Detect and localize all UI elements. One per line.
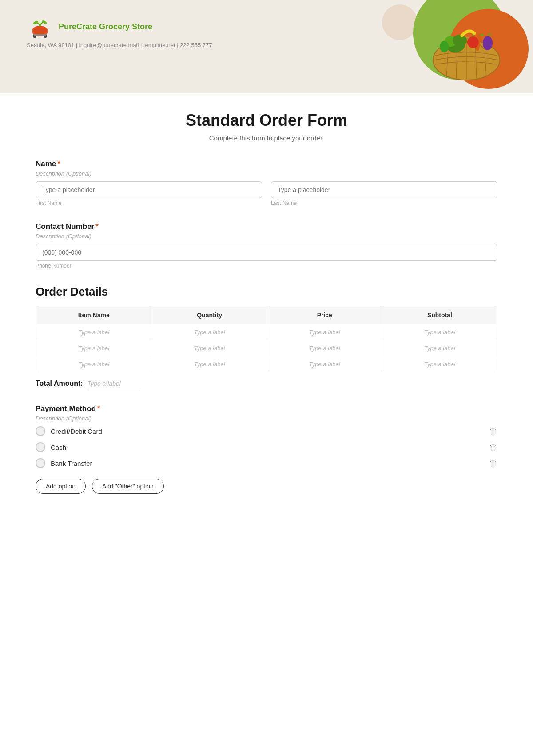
table-header-row: Item Name Quantity Price Subtotal <box>36 306 497 324</box>
name-required-star: * <box>57 160 60 168</box>
name-field-section: Name* Description (Optional) First Name … <box>36 160 497 206</box>
contact-description: Description (Optional) <box>36 233 497 240</box>
name-label: Name* <box>36 160 497 168</box>
radio-label-credit: Credit/Debit Card <box>51 428 102 435</box>
cell-subtotal-2: Type a label <box>382 340 497 356</box>
svg-rect-6 <box>34 34 46 36</box>
contact-input-row: Phone Number <box>36 244 497 269</box>
col-subtotal: Subtotal <box>382 306 497 324</box>
add-other-option-button[interactable]: Add "Other" option <box>92 479 164 494</box>
order-details-section: Order Details Item Name Quantity Price S… <box>36 285 497 388</box>
name-input-row: First Name Last Name <box>36 181 497 206</box>
brand-logo-icon <box>27 15 53 38</box>
form-title: Standard Order Form <box>36 111 497 130</box>
total-row: Total Amount: Type a label <box>36 380 497 388</box>
col-item-name: Item Name <box>36 306 152 324</box>
order-table: Item Name Quantity Price Subtotal Type a… <box>36 306 497 372</box>
add-option-button[interactable]: Add option <box>36 479 86 494</box>
svg-point-19 <box>440 41 449 52</box>
cell-subtotal-1: Type a label <box>382 324 497 340</box>
cell-subtotal-3: Type a label <box>382 356 497 372</box>
svg-point-18 <box>483 36 493 50</box>
cell-qty-2: Type a label <box>152 340 267 356</box>
payment-option-credit: Credit/Debit Card 🗑 <box>36 426 497 436</box>
col-price: Price <box>267 306 382 324</box>
order-details-heading: Order Details <box>36 285 497 299</box>
name-description: Description (Optional) <box>36 170 497 177</box>
payment-option-cash: Cash 🗑 <box>36 442 497 452</box>
cell-price-1: Type a label <box>267 324 382 340</box>
payment-description: Description (Optional) <box>36 415 497 422</box>
cell-qty-3: Type a label <box>152 356 267 372</box>
cell-item-2: Type a label <box>36 340 152 356</box>
first-name-group: First Name <box>36 181 262 206</box>
radio-circle-credit[interactable] <box>36 426 45 436</box>
cell-price-2: Type a label <box>267 340 382 356</box>
payment-method-section: Payment Method* Description (Optional) C… <box>36 404 497 494</box>
radio-circle-cash[interactable] <box>36 442 45 452</box>
delete-icon-credit[interactable]: 🗑 <box>489 427 497 436</box>
contact-label: Contact Number* <box>36 222 497 231</box>
last-name-sublabel: Last Name <box>271 200 497 206</box>
form-subtitle: Complete this form to place your order. <box>36 134 497 142</box>
contact-required-star: * <box>95 222 99 231</box>
header-contact: Seattle, WA 98101 | inquire@purecrate.ma… <box>27 42 212 48</box>
phone-group: Phone Number <box>36 244 497 269</box>
svg-point-17 <box>467 36 479 48</box>
delete-icon-bank[interactable]: 🗑 <box>489 459 497 468</box>
basket-illustration <box>422 2 511 82</box>
radio-label-cash: Cash <box>51 444 66 451</box>
cell-price-3: Type a label <box>267 356 382 372</box>
decor-circle-beige <box>382 4 418 40</box>
radio-left-cash: Cash <box>36 442 66 452</box>
brand-name: PureCrate Grocery Store <box>59 22 152 32</box>
add-option-row: Add option Add "Other" option <box>36 479 497 494</box>
total-value: Type a label <box>88 380 141 388</box>
header-left: PureCrate Grocery Store Seattle, WA 9810… <box>27 11 212 48</box>
phone-sublabel: Phone Number <box>36 263 497 269</box>
header-decoration <box>382 0 533 93</box>
table-row: Type a label Type a label Type a label T… <box>36 356 497 372</box>
payment-required-star: * <box>97 404 100 413</box>
last-name-group: Last Name <box>271 181 497 206</box>
svg-point-16 <box>453 35 467 46</box>
first-name-input[interactable] <box>36 181 262 198</box>
cell-item-3: Type a label <box>36 356 152 372</box>
main-content: Standard Order Form Complete this form t… <box>0 93 533 536</box>
cell-item-1: Type a label <box>36 324 152 340</box>
total-label: Total Amount: <box>36 380 83 388</box>
radio-label-bank: Bank Transfer <box>51 460 92 467</box>
radio-left-bank: Bank Transfer <box>36 458 92 468</box>
col-quantity: Quantity <box>152 306 267 324</box>
svg-point-1 <box>33 26 47 35</box>
first-name-sublabel: First Name <box>36 200 262 206</box>
table-row: Type a label Type a label Type a label T… <box>36 324 497 340</box>
payment-label: Payment Method* <box>36 404 497 413</box>
page-header: PureCrate Grocery Store Seattle, WA 9810… <box>0 0 533 93</box>
phone-input[interactable] <box>36 244 497 261</box>
last-name-input[interactable] <box>271 181 497 198</box>
radio-circle-bank[interactable] <box>36 458 45 468</box>
table-row: Type a label Type a label Type a label T… <box>36 340 497 356</box>
delete-icon-cash[interactable]: 🗑 <box>489 443 497 452</box>
cell-qty-1: Type a label <box>152 324 267 340</box>
logo-row: PureCrate Grocery Store <box>27 15 212 38</box>
payment-option-bank: Bank Transfer 🗑 <box>36 458 497 468</box>
contact-field-section: Contact Number* Description (Optional) P… <box>36 222 497 269</box>
radio-left-credit: Credit/Debit Card <box>36 426 102 436</box>
